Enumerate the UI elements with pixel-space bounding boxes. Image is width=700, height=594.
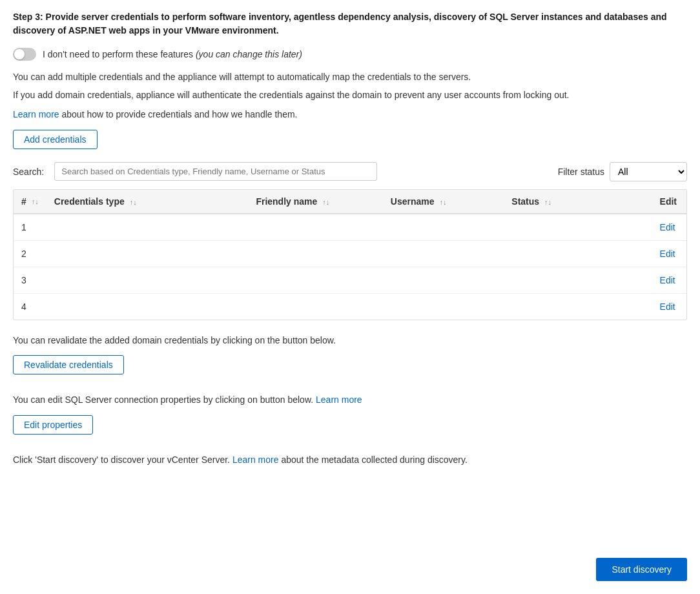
credentials-table-container: # ↑↓ Credentials type ↑↓ Friendly name ↑…	[13, 189, 687, 320]
revalidate-credentials-button[interactable]: Revalidate credentials	[13, 355, 124, 374]
table-row: 1 Edit	[14, 214, 686, 241]
sort-icon-status[interactable]: ↑↓	[544, 198, 551, 206]
discovery-info: Click 'Start discovery' to discover your…	[13, 453, 687, 467]
cell-status-2	[504, 267, 652, 293]
discovery-learn-more-link[interactable]: Learn more	[232, 455, 279, 465]
start-discovery-button[interactable]: Start discovery	[596, 558, 687, 581]
cell-type-1	[46, 240, 249, 267]
cell-num-2: 3	[14, 267, 46, 293]
filter-status-row: Filter status All Valid Invalid Pending	[558, 162, 687, 181]
col-header-hash: # ↑↓	[14, 190, 46, 214]
cell-edit-1: Edit	[652, 240, 686, 267]
edit-link-2[interactable]: Edit	[660, 275, 675, 285]
edit-link-0[interactable]: Edit	[660, 222, 675, 232]
info-text-2: If you add domain credentials, appliance…	[13, 88, 687, 102]
learn-more-suffix: about how to provide credentials and how…	[59, 109, 298, 119]
edit-properties-section: You can edit SQL Server connection prope…	[13, 393, 687, 447]
revalidate-info: You can revalidate the added domain cred…	[13, 333, 687, 347]
edit-properties-info: You can edit SQL Server connection prope…	[13, 393, 687, 407]
credentials-table: # ↑↓ Credentials type ↑↓ Friendly name ↑…	[14, 190, 686, 320]
col-header-friendly: Friendly name ↑↓	[248, 190, 382, 214]
table-header-row: # ↑↓ Credentials type ↑↓ Friendly name ↑…	[14, 190, 686, 214]
learn-more-link[interactable]: Learn more	[13, 109, 59, 119]
cell-type-3	[46, 293, 249, 320]
col-header-type: Credentials type ↑↓	[46, 190, 249, 214]
col-header-status: Status ↑↓	[504, 190, 652, 214]
table-row: 2 Edit	[14, 240, 686, 267]
cell-status-1	[504, 240, 652, 267]
cell-friendly-3	[248, 293, 382, 320]
search-input[interactable]	[54, 162, 377, 181]
cell-username-0	[383, 214, 504, 241]
learn-more-row: Learn more about how to provide credenti…	[13, 109, 687, 119]
table-row: 4 Edit	[14, 293, 686, 320]
cell-edit-3: Edit	[652, 293, 686, 320]
cell-status-3	[504, 293, 652, 320]
cell-type-0	[46, 214, 249, 241]
page-title: Step 3: Provide server credentials to pe…	[13, 10, 687, 37]
col-header-edit: Edit	[652, 190, 686, 214]
edit-link-3[interactable]: Edit	[660, 302, 675, 312]
table-body: 1 Edit 2 Edit 3 Edit 4 Edit	[14, 214, 686, 320]
sort-icon-hash[interactable]: ↑↓	[32, 198, 39, 205]
cell-edit-2: Edit	[652, 267, 686, 293]
cell-friendly-2	[248, 267, 382, 293]
cell-type-2	[46, 267, 249, 293]
toggle-row: I don't need to perform these features (…	[13, 48, 687, 61]
cell-username-1	[383, 240, 504, 267]
cell-edit-0: Edit	[652, 214, 686, 241]
cell-num-1: 2	[14, 240, 46, 267]
table-row: 3 Edit	[14, 267, 686, 293]
revalidate-section: You can revalidate the added domain cred…	[13, 333, 687, 387]
col-header-username: Username ↑↓	[383, 190, 504, 214]
cell-friendly-1	[248, 240, 382, 267]
cell-status-0	[504, 214, 652, 241]
filter-status-select[interactable]: All Valid Invalid Pending	[610, 162, 687, 181]
info-text-1: You can add multiple credentials and the…	[13, 70, 687, 84]
cell-username-2	[383, 267, 504, 293]
sort-icon-type[interactable]: ↑↓	[130, 198, 137, 206]
search-filter-row: Search: Filter status All Valid Invalid …	[13, 162, 687, 181]
filter-status-label: Filter status	[558, 167, 604, 177]
cell-num-0: 1	[14, 214, 46, 241]
edit-properties-learn-more-link[interactable]: Learn more	[316, 394, 362, 405]
add-credentials-button[interactable]: Add credentials	[13, 130, 98, 149]
search-label: Search:	[13, 167, 44, 177]
edit-properties-button[interactable]: Edit properties	[13, 415, 93, 435]
cell-username-3	[383, 293, 504, 320]
edit-link-1[interactable]: Edit	[660, 249, 675, 259]
cell-friendly-0	[248, 214, 382, 241]
toggle-switch[interactable]	[13, 48, 36, 61]
sort-icon-username[interactable]: ↑↓	[439, 198, 446, 206]
discovery-section: Click 'Start discovery' to discover your…	[13, 453, 687, 467]
toggle-label: I don't need to perform these features (…	[43, 49, 302, 59]
cell-num-3: 4	[14, 293, 46, 320]
sort-icon-friendly[interactable]: ↑↓	[322, 198, 329, 206]
